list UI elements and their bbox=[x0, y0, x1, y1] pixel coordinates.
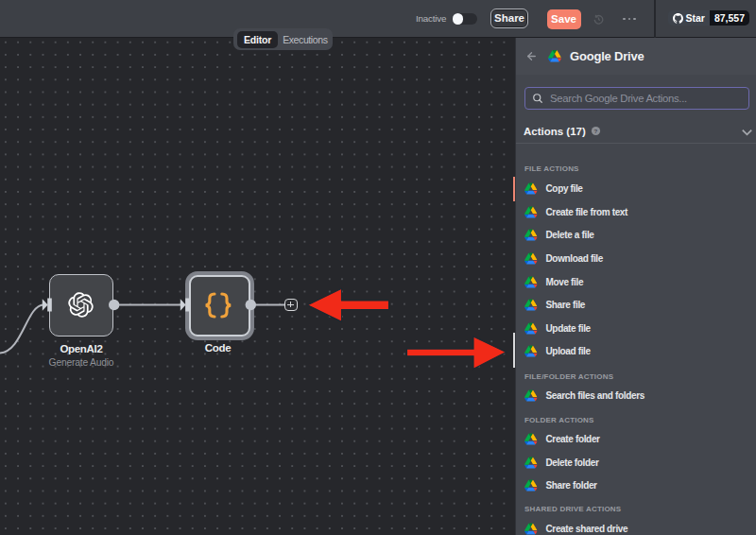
svg-text:?: ? bbox=[593, 128, 597, 134]
